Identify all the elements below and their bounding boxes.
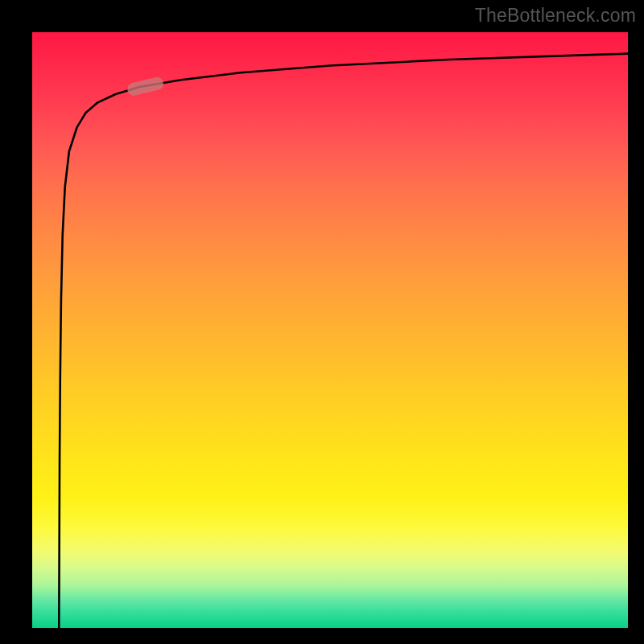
performance-curve: [59, 54, 628, 628]
highlight-band: [126, 76, 165, 97]
attribution-label: TheBottleneck.com: [475, 5, 636, 27]
curve-svg: [32, 32, 628, 628]
chart-stage: TheBottleneck.com: [0, 0, 644, 644]
plot-area: [32, 32, 628, 628]
